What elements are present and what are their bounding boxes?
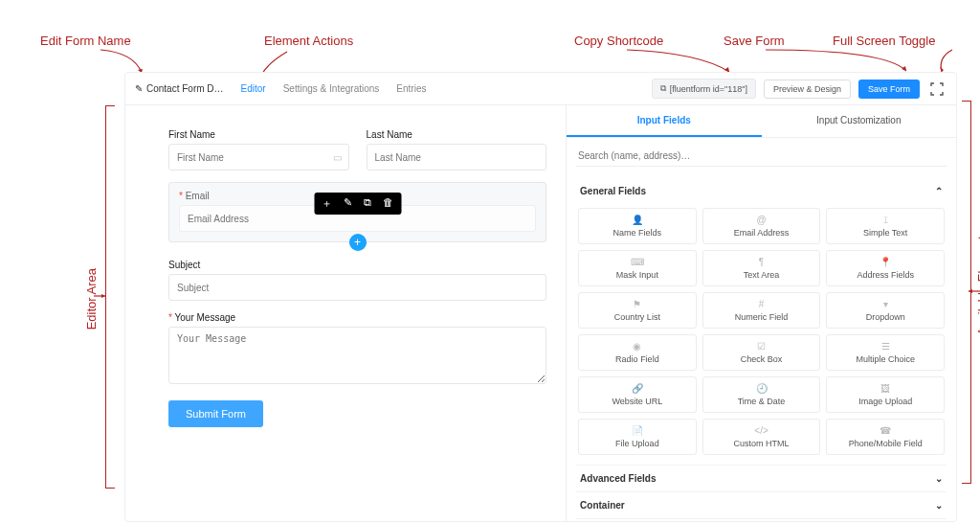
element-dropdown[interactable]: ▾Dropdown [826, 292, 945, 329]
element-icon: ⌨ [631, 257, 644, 267]
add-field-below[interactable]: + [349, 234, 367, 251]
element-icon: 🕘 [756, 383, 768, 394]
search-input[interactable] [576, 146, 947, 167]
message-textarea[interactable] [168, 327, 546, 384]
element-icon: 🖼 [880, 383, 890, 394]
top-right: ⧉ [fluentform id="118"] Preview & Design… [652, 79, 947, 99]
section-container-label: Container [580, 500, 625, 511]
action-edit-icon[interactable]: ✎ [344, 196, 352, 211]
element-check-box[interactable]: ☑Check Box [702, 334, 821, 371]
shortcode-copy[interactable]: ⧉ [fluentform id="118"] [652, 79, 756, 99]
section-advanced-fields[interactable]: Advanced Fields ⌄ [576, 465, 947, 491]
element-label: Address Fields [857, 270, 914, 280]
element-icon: ☎ [880, 425, 891, 436]
contact-icon: ▭ [333, 152, 342, 163]
element-radio-field[interactable]: ◉Radio Field [578, 334, 697, 371]
element-icon: ⚑ [633, 299, 641, 309]
last-name-input[interactable] [367, 144, 547, 171]
element-label: Image Upload [858, 397, 912, 406]
chevron-down-icon: ⌄ [935, 473, 943, 484]
elements-search [576, 146, 947, 167]
builder-body: First Name ▭ Last Name Email ＋ ✎ ⧉ [125, 105, 956, 521]
element-icon: ¶ [759, 257, 764, 267]
element-image-upload[interactable]: 🖼Image Upload [826, 376, 945, 413]
element-label: Website URL [612, 397, 662, 406]
element-icon: 🔗 [632, 383, 643, 394]
submit-form-button[interactable]: Submit Form [168, 400, 263, 427]
top-bar: ✎ Contact Form D… Editor Settings & Inte… [125, 73, 956, 105]
section-advanced-label: Advanced Fields [580, 473, 656, 484]
element-icon: # [759, 299, 765, 309]
element-custom-html[interactable]: </>Custom HTML [702, 419, 821, 455]
annot-copy-shortcode: Copy Shortcode [574, 34, 663, 48]
action-delete-icon[interactable]: 🗑 [383, 196, 393, 211]
element-icon: 👤 [632, 215, 643, 225]
element-label: Mask Input [616, 270, 658, 280]
element-simple-text[interactable]: 𝙸Simple Text [826, 208, 945, 244]
elements-panel: Input Fields Input Customization General… [566, 105, 956, 521]
element-label: Country List [614, 312, 660, 322]
element-label: Numeric Field [735, 312, 789, 322]
section-general-fields[interactable]: General Fields ⌃ [576, 178, 947, 204]
builder-tabs: Editor Settings & Integrations Entries [241, 83, 427, 94]
element-icon: 📍 [880, 257, 891, 267]
section-payment-fields[interactable]: Payment Fields ⌄ [576, 518, 947, 521]
element-label: Time & Date [738, 397, 786, 406]
element-mask-input[interactable]: ⌨Mask Input [578, 250, 697, 286]
element-label: Check Box [741, 354, 783, 364]
label-available-elements: Available Elements [975, 230, 980, 335]
action-duplicate-icon[interactable]: ⧉ [364, 196, 371, 211]
tab-input-fields[interactable]: Input Fields [567, 105, 761, 137]
element-icon: 📄 [632, 425, 643, 436]
element-icon: ▾ [883, 299, 888, 309]
element-label: Email Address [734, 228, 790, 238]
selected-field-email[interactable]: Email ＋ ✎ ⧉ 🗑 + [168, 182, 546, 242]
copy-icon: ⧉ [660, 83, 666, 94]
element-text-area[interactable]: ¶Text Area [702, 250, 821, 286]
chevron-up-icon: ⌃ [935, 186, 943, 196]
element-label: Phone/Mobile Field [849, 439, 923, 448]
element-address-fields[interactable]: 📍Address Fields [826, 250, 945, 286]
annot-edit-form-name: Edit Form Name [40, 34, 131, 48]
element-icon: ☰ [881, 341, 890, 352]
element-label: Dropdown [866, 312, 905, 322]
elements-tabs: Input Fields Input Customization [567, 105, 956, 138]
tab-input-customization[interactable]: Input Customization [762, 105, 956, 137]
element-phone-mobile-field[interactable]: ☎Phone/Mobile Field [826, 419, 945, 455]
tab-entries[interactable]: Entries [396, 83, 426, 94]
tab-editor[interactable]: Editor [241, 83, 266, 94]
message-label: Your Message [168, 312, 546, 323]
fullscreen-icon [930, 82, 944, 96]
element-multiple-choice[interactable]: ☰Multiple Choice [826, 334, 945, 371]
save-form-button[interactable]: Save Form [858, 80, 920, 99]
chevron-down-icon: ⌄ [935, 500, 943, 511]
element-numeric-field[interactable]: #Numeric Field [702, 292, 821, 329]
section-container[interactable]: Container ⌄ [576, 491, 947, 518]
section-general-label: General Fields [580, 186, 646, 196]
element-time-date[interactable]: 🕘Time & Date [702, 376, 821, 413]
element-website-url[interactable]: 🔗Website URL [578, 376, 697, 413]
first-name-input[interactable] [168, 144, 349, 171]
element-icon: 𝙸 [882, 215, 889, 225]
form-name-text: Contact Form D… [146, 83, 224, 94]
element-email-address[interactable]: @Email Address [702, 208, 821, 244]
tab-settings[interactable]: Settings & Integrations [283, 83, 380, 94]
form-name[interactable]: ✎ Contact Form D… [135, 83, 224, 94]
element-label: Simple Text [863, 228, 907, 238]
action-add-icon[interactable]: ＋ [322, 196, 332, 211]
first-name-label: First Name [168, 129, 349, 140]
element-label: Name Fields [613, 228, 662, 238]
element-file-upload[interactable]: 📄File Upload [578, 419, 697, 455]
app-frame: ✎ Contact Form D… Editor Settings & Inte… [124, 72, 957, 522]
element-country-list[interactable]: ⚑Country List [578, 292, 697, 329]
preview-design-button[interactable]: Preview & Design [764, 80, 851, 99]
element-name-fields[interactable]: 👤Name Fields [578, 208, 697, 244]
fullscreen-toggle[interactable] [927, 80, 947, 99]
general-fields-grid: 👤Name Fields@Email Address𝙸Simple Text⌨M… [576, 204, 947, 465]
element-icon: </> [754, 425, 768, 436]
element-icon: ☑ [757, 341, 766, 352]
element-label: Text Area [744, 270, 780, 280]
element-label: Multiple Choice [856, 354, 915, 364]
element-actions-toolbar: ＋ ✎ ⧉ 🗑 [314, 193, 401, 215]
subject-input[interactable] [168, 274, 546, 301]
